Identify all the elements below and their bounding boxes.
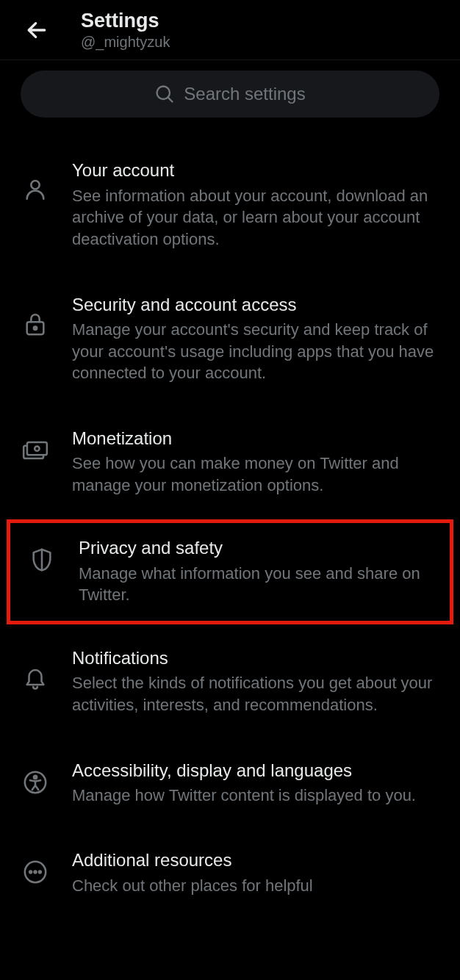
username: @_mightyzuk (81, 34, 170, 51)
item-content: Accessibility, display and languages Man… (72, 759, 444, 807)
page-title: Settings (81, 9, 170, 32)
settings-item-additional[interactable]: Additional resources Check out other pla… (0, 828, 460, 918)
item-content: Security and account access Manage your … (72, 293, 444, 384)
header-text: Settings @_mightyzuk (81, 9, 170, 51)
item-description: Manage what information you see and shar… (79, 563, 437, 606)
item-content: Privacy and safety Manage what informati… (79, 536, 437, 606)
item-description: Manage how Twitter content is displayed … (72, 785, 444, 807)
item-title: Your account (72, 159, 444, 181)
accessibility-icon (21, 768, 50, 797)
item-content: Monetization See how you can make money … (72, 427, 444, 497)
item-content: Notifications Select the kinds of notifi… (72, 646, 444, 716)
svg-point-15 (39, 871, 41, 873)
user-icon (21, 175, 50, 204)
settings-item-notifications[interactable]: Notifications Select the kinds of notifi… (0, 626, 460, 738)
more-icon (21, 857, 50, 887)
search-icon (154, 84, 175, 104)
search-container: Search settings (0, 60, 460, 131)
lock-icon (21, 309, 50, 339)
item-title: Security and account access (72, 293, 444, 316)
item-description: See information about your account, down… (72, 185, 444, 251)
settings-item-your-account[interactable]: Your account See information about your … (0, 138, 460, 272)
item-content: Additional resources Check out other pla… (72, 849, 444, 896)
header: Settings @_mightyzuk (0, 0, 460, 60)
item-description: See how you can make money on Twitter an… (72, 453, 444, 496)
svg-point-14 (35, 871, 37, 873)
settings-item-security[interactable]: Security and account access Manage your … (0, 273, 460, 406)
item-description: Check out other places for helpful (72, 875, 444, 897)
svg-rect-7 (27, 442, 47, 455)
money-icon (21, 436, 50, 465)
item-description: Select the kinds of notifications you ge… (72, 672, 444, 716)
back-button[interactable] (21, 14, 53, 46)
settings-item-privacy[interactable]: Privacy and safety Manage what informati… (7, 519, 453, 624)
item-title: Notifications (72, 646, 444, 669)
search-input[interactable]: Search settings (21, 71, 439, 118)
item-title: Privacy and safety (79, 536, 437, 559)
item-title: Accessibility, display and languages (72, 759, 444, 782)
svg-point-13 (29, 871, 32, 873)
item-content: Your account See information about your … (72, 159, 444, 250)
settings-item-monetization[interactable]: Monetization See how you can make money … (0, 406, 460, 519)
item-title: Monetization (72, 427, 444, 450)
svg-line-2 (168, 98, 173, 102)
settings-list: Your account See information about your … (0, 131, 460, 926)
back-arrow-icon (25, 18, 48, 42)
item-title: Additional resources (72, 849, 444, 871)
bell-icon (21, 663, 50, 692)
search-placeholder: Search settings (184, 84, 305, 104)
shield-icon (27, 545, 57, 574)
settings-item-accessibility[interactable]: Accessibility, display and languages Man… (0, 738, 460, 829)
svg-point-11 (34, 775, 37, 778)
svg-point-3 (31, 181, 39, 189)
svg-point-5 (34, 326, 37, 329)
item-description: Manage your account's security and keep … (72, 319, 444, 384)
